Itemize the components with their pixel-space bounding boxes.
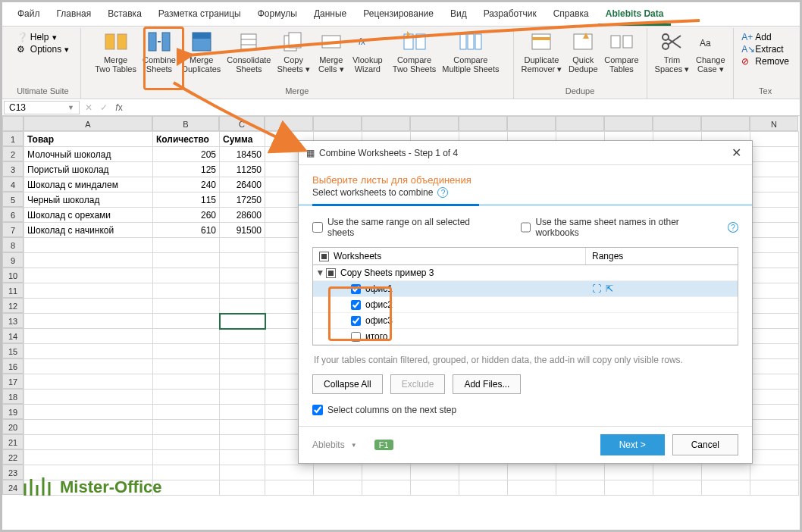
cell[interactable] — [153, 450, 220, 465]
row-header[interactable]: 9 — [2, 252, 23, 268]
col-header[interactable] — [507, 116, 556, 131]
cell[interactable] — [750, 238, 799, 253]
col-header[interactable] — [265, 116, 313, 131]
cell[interactable] — [24, 420, 153, 435]
col-header[interactable] — [313, 116, 362, 131]
cell[interactable] — [556, 480, 605, 496]
cell[interactable] — [153, 420, 220, 435]
worksheet-checkbox[interactable] — [351, 316, 361, 326]
cell[interactable] — [153, 480, 220, 496]
col-header[interactable] — [604, 116, 653, 131]
cell[interactable] — [220, 390, 265, 405]
cell[interactable] — [750, 162, 799, 177]
row-header[interactable]: 3 — [2, 161, 23, 177]
cell[interactable] — [220, 344, 265, 359]
col-header[interactable]: N — [750, 116, 798, 131]
compare-multiple-sheets-button[interactable]: Compare Multiple Sheets — [439, 28, 502, 75]
row-header[interactable]: 23 — [2, 465, 23, 480]
menu-pagelayout[interactable]: Разметка страницы — [151, 5, 249, 26]
cell[interactable] — [750, 147, 799, 162]
merge-duplicates-button[interactable]: Merge Duplicates — [179, 28, 224, 75]
cell[interactable] — [508, 465, 556, 480]
menu-view[interactable]: Вид — [443, 5, 475, 26]
cell[interactable] — [362, 465, 411, 480]
cell[interactable] — [702, 480, 750, 496]
col-header[interactable] — [653, 116, 701, 131]
remove-text-button[interactable]: ⊘Remove — [738, 55, 792, 67]
cell[interactable] — [220, 480, 265, 496]
cell[interactable] — [411, 465, 459, 480]
change-case-button[interactable]: AaChange Case ▾ — [692, 28, 728, 75]
row-header[interactable]: 6 — [2, 207, 23, 222]
cell[interactable] — [220, 283, 265, 299]
cell[interactable] — [24, 238, 153, 253]
workbook-checkbox[interactable] — [326, 268, 336, 278]
cell[interactable] — [750, 208, 799, 223]
cell[interactable]: Шоколад с миндалем — [24, 177, 153, 192]
cell[interactable] — [750, 359, 799, 374]
row-header[interactable]: 16 — [2, 358, 23, 374]
cell[interactable] — [605, 480, 653, 496]
cell[interactable] — [220, 420, 265, 435]
worksheet-checkbox[interactable] — [351, 284, 361, 294]
merge-two-tables-button[interactable]: Merge Two Tables — [92, 28, 139, 75]
cell[interactable] — [24, 283, 153, 299]
cell[interactable]: 125 — [153, 162, 220, 177]
cell[interactable]: Товар — [24, 132, 153, 147]
cell[interactable]: 11250 — [220, 162, 265, 177]
cell[interactable] — [153, 374, 220, 390]
cell[interactable]: Черный шоколад — [24, 192, 153, 208]
cell[interactable] — [362, 480, 411, 496]
cell[interactable] — [314, 465, 362, 480]
menu-insert[interactable]: Вставка — [100, 5, 149, 26]
cell[interactable] — [605, 465, 653, 480]
cancel-button[interactable]: Cancel — [672, 434, 738, 455]
cell[interactable] — [24, 374, 153, 390]
col-header[interactable]: C — [219, 116, 265, 131]
row-header[interactable]: 10 — [2, 268, 23, 283]
exclude-button[interactable]: Exclude — [390, 374, 446, 394]
cell[interactable] — [750, 390, 799, 405]
f1-badge[interactable]: F1 — [374, 440, 393, 450]
col-header[interactable] — [410, 116, 459, 131]
menu-file[interactable]: Файл — [10, 5, 48, 26]
cell[interactable] — [220, 314, 265, 329]
cell[interactable] — [220, 359, 265, 374]
cell[interactable] — [24, 253, 153, 268]
cell[interactable] — [153, 390, 220, 405]
add-text-button[interactable]: A+Add — [738, 31, 792, 43]
cell[interactable] — [220, 268, 265, 283]
cell[interactable] — [750, 314, 799, 329]
close-button[interactable]: ✕ — [728, 146, 744, 160]
cell[interactable] — [220, 329, 265, 344]
worksheet-row[interactable]: итого — [313, 329, 738, 345]
row-header[interactable]: 15 — [2, 343, 23, 358]
cell[interactable] — [153, 435, 220, 450]
cell[interactable]: Сумма — [220, 132, 265, 147]
cell[interactable] — [508, 480, 556, 496]
cell[interactable] — [653, 480, 702, 496]
cell[interactable]: 260 — [153, 208, 220, 223]
cell[interactable] — [750, 465, 799, 480]
row-header[interactable]: 8 — [2, 237, 23, 252]
select-all-checkbox[interactable] — [319, 252, 329, 261]
copy-sheets-button[interactable]: Copy Sheets ▾ — [274, 28, 312, 75]
cell[interactable] — [750, 450, 799, 465]
name-box[interactable]: C13▼ — [4, 101, 80, 114]
row-header[interactable]: 1 — [2, 131, 23, 146]
select-all-corner[interactable] — [2, 116, 23, 131]
row-header[interactable]: 24 — [2, 480, 23, 495]
cell[interactable]: 115 — [153, 192, 220, 208]
compare-tables-button[interactable]: Compare Tables — [601, 28, 641, 75]
row-header[interactable]: 22 — [2, 449, 23, 465]
cell[interactable]: 18450 — [220, 147, 265, 162]
select-range-icon[interactable]: ⛶ — [592, 283, 601, 294]
trim-spaces-button[interactable]: Trim Spaces ▾ — [652, 28, 693, 75]
row-header[interactable]: 4 — [2, 177, 23, 192]
vlookup-wizard-button[interactable]: fxVlookup Wizard — [349, 28, 386, 75]
row-header[interactable]: 17 — [2, 374, 23, 389]
cell[interactable]: Количество — [153, 132, 220, 147]
cell[interactable] — [750, 480, 799, 496]
select-columns-checkbox[interactable]: Select columns on the next step — [312, 405, 738, 415]
next-button[interactable]: Next > — [600, 434, 665, 455]
